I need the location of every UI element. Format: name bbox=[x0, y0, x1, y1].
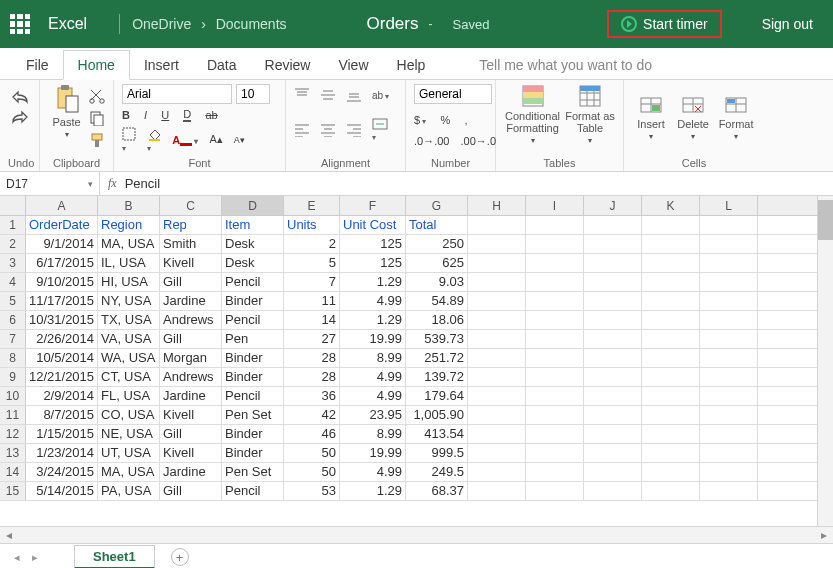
tell-me-input[interactable]: Tell me what you want to do bbox=[479, 51, 652, 79]
font-color-button[interactable]: A bbox=[172, 134, 198, 146]
name-box[interactable]: D17 bbox=[0, 172, 100, 195]
cell[interactable]: Pen bbox=[222, 330, 284, 348]
cell[interactable] bbox=[468, 387, 526, 405]
cell[interactable] bbox=[642, 330, 700, 348]
cell[interactable]: CO, USA bbox=[98, 406, 160, 424]
cell[interactable] bbox=[700, 311, 758, 329]
row-header[interactable]: 4 bbox=[0, 273, 26, 291]
col-header-A[interactable]: A bbox=[26, 196, 98, 215]
col-header-G[interactable]: G bbox=[406, 196, 468, 215]
cell[interactable] bbox=[526, 235, 584, 253]
cell[interactable] bbox=[642, 349, 700, 367]
header-cell[interactable]: Total bbox=[406, 216, 468, 234]
col-header-D[interactable]: D bbox=[222, 196, 284, 215]
cell[interactable] bbox=[526, 330, 584, 348]
cell[interactable] bbox=[700, 273, 758, 291]
cell[interactable] bbox=[526, 406, 584, 424]
tab-review[interactable]: Review bbox=[251, 51, 325, 79]
cell[interactable] bbox=[700, 406, 758, 424]
breadcrumb[interactable]: OneDrive › Documents bbox=[132, 16, 286, 32]
cell[interactable] bbox=[526, 254, 584, 272]
align-center-button[interactable] bbox=[320, 123, 336, 137]
align-bottom-button[interactable] bbox=[346, 88, 362, 102]
cell[interactable]: 9.03 bbox=[406, 273, 468, 291]
wrap-text-button[interactable]: ab bbox=[372, 90, 389, 101]
cell[interactable]: NY, USA bbox=[98, 292, 160, 310]
cell[interactable]: 125 bbox=[340, 254, 406, 272]
cell[interactable]: 11 bbox=[284, 292, 340, 310]
cell[interactable]: 7 bbox=[284, 273, 340, 291]
header-cell[interactable]: Unit Cost bbox=[340, 216, 406, 234]
cell[interactable]: 249.5 bbox=[406, 463, 468, 481]
header-cell[interactable] bbox=[700, 216, 758, 234]
cell[interactable]: CT, USA bbox=[98, 368, 160, 386]
cell[interactable]: MA, USA bbox=[98, 235, 160, 253]
font-shrink-button[interactable]: A▾ bbox=[234, 135, 245, 145]
cell[interactable]: 50 bbox=[284, 463, 340, 481]
conditional-formatting-button[interactable]: Conditional Formatting▾ bbox=[504, 84, 561, 145]
cell[interactable]: 3/24/2015 bbox=[26, 463, 98, 481]
tab-insert[interactable]: Insert bbox=[130, 51, 193, 79]
cell[interactable] bbox=[526, 349, 584, 367]
cell[interactable]: Gill bbox=[160, 330, 222, 348]
cell[interactable]: 2/26/2014 bbox=[26, 330, 98, 348]
italic-button[interactable]: I bbox=[144, 109, 147, 121]
cell[interactable]: 53 bbox=[284, 482, 340, 500]
row-header[interactable]: 9 bbox=[0, 368, 26, 386]
cell[interactable]: 54.89 bbox=[406, 292, 468, 310]
format-painter-button[interactable] bbox=[89, 132, 105, 148]
copy-button[interactable] bbox=[89, 110, 105, 126]
cell[interactable]: Pen Set bbox=[222, 463, 284, 481]
add-sheet-button[interactable]: + bbox=[171, 548, 189, 566]
cell[interactable] bbox=[642, 425, 700, 443]
cell[interactable]: FL, USA bbox=[98, 387, 160, 405]
border-button[interactable] bbox=[122, 127, 136, 153]
cell[interactable]: Andrews bbox=[160, 311, 222, 329]
percent-button[interactable]: % bbox=[440, 114, 450, 126]
row-header[interactable]: 13 bbox=[0, 444, 26, 462]
cell[interactable] bbox=[584, 387, 642, 405]
cell[interactable]: 27 bbox=[284, 330, 340, 348]
font-size-select[interactable] bbox=[236, 84, 270, 104]
cell[interactable] bbox=[526, 311, 584, 329]
cell[interactable]: Andrews bbox=[160, 368, 222, 386]
cell[interactable] bbox=[526, 273, 584, 291]
cell[interactable]: Pencil bbox=[222, 482, 284, 500]
cell[interactable]: 1.29 bbox=[340, 482, 406, 500]
cell[interactable]: VA, USA bbox=[98, 330, 160, 348]
cell[interactable]: 1/23/2014 bbox=[26, 444, 98, 462]
cell[interactable]: Kivell bbox=[160, 254, 222, 272]
cell[interactable]: 68.37 bbox=[406, 482, 468, 500]
cell[interactable]: Morgan bbox=[160, 349, 222, 367]
col-header-L[interactable]: L bbox=[700, 196, 758, 215]
cell[interactable] bbox=[468, 406, 526, 424]
sheet-nav-next[interactable]: ▸ bbox=[32, 551, 38, 564]
cell[interactable] bbox=[584, 406, 642, 424]
cell[interactable]: PA, USA bbox=[98, 482, 160, 500]
cell[interactable] bbox=[526, 482, 584, 500]
cell[interactable]: 28 bbox=[284, 368, 340, 386]
cell[interactable]: 5/14/2015 bbox=[26, 482, 98, 500]
row-header[interactable]: 7 bbox=[0, 330, 26, 348]
cell[interactable] bbox=[700, 463, 758, 481]
cell[interactable]: 625 bbox=[406, 254, 468, 272]
row-header[interactable]: 12 bbox=[0, 425, 26, 443]
font-name-select[interactable] bbox=[122, 84, 232, 104]
row-header[interactable]: 3 bbox=[0, 254, 26, 272]
tab-view[interactable]: View bbox=[324, 51, 382, 79]
col-header-E[interactable]: E bbox=[284, 196, 340, 215]
header-cell[interactable] bbox=[468, 216, 526, 234]
cell[interactable]: Desk bbox=[222, 254, 284, 272]
cell[interactable]: 539.73 bbox=[406, 330, 468, 348]
cell[interactable]: 28 bbox=[284, 349, 340, 367]
cell[interactable] bbox=[700, 292, 758, 310]
cell[interactable]: 2 bbox=[284, 235, 340, 253]
tab-help[interactable]: Help bbox=[383, 51, 440, 79]
cell[interactable] bbox=[700, 254, 758, 272]
decrease-decimal-button[interactable]: .00→.0 bbox=[461, 135, 496, 147]
cell[interactable]: 8.99 bbox=[340, 349, 406, 367]
cut-button[interactable] bbox=[89, 88, 105, 104]
cell[interactable]: 250 bbox=[406, 235, 468, 253]
cell[interactable]: 18.06 bbox=[406, 311, 468, 329]
cell[interactable] bbox=[468, 235, 526, 253]
